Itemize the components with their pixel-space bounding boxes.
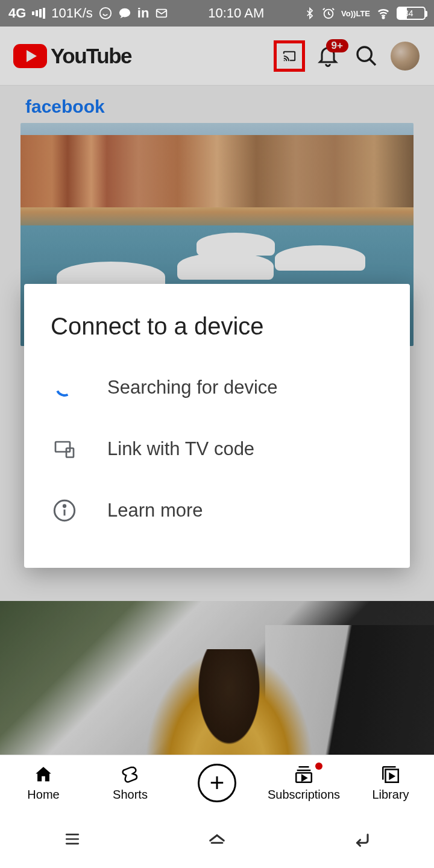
nav-subscriptions-label: Subscriptions	[268, 788, 340, 802]
tv-devices-icon	[51, 438, 78, 460]
searching-label: Searching for device	[107, 377, 278, 398]
wifi-icon	[376, 7, 391, 20]
network-type: 4G	[8, 5, 26, 21]
svg-point-1	[119, 8, 130, 17]
nav-library[interactable]: Library	[351, 764, 430, 802]
spinner-icon	[53, 376, 76, 399]
back-button[interactable]	[344, 827, 380, 851]
subscriptions-icon	[294, 764, 314, 785]
nav-subscriptions[interactable]: Subscriptions	[265, 764, 343, 802]
svg-point-10	[63, 505, 65, 507]
network-speed: 101K/s	[51, 5, 93, 21]
link-tv-label: Link with TV code	[107, 438, 254, 460]
nav-create[interactable]: +	[178, 764, 256, 802]
battery-icon: 34	[397, 7, 426, 20]
link-tv-code-button[interactable]: Link with TV code	[24, 418, 410, 480]
nav-shorts-label: Shorts	[113, 788, 148, 802]
svg-point-0	[100, 8, 111, 19]
status-time: 10:10 AM	[208, 5, 264, 21]
nav-home-label: Home	[27, 788, 59, 802]
dialog-title: Connect to a device	[24, 313, 410, 357]
chat-icon	[118, 7, 131, 20]
whatsapp-icon	[99, 7, 112, 20]
library-icon	[380, 764, 401, 785]
nav-library-label: Library	[372, 788, 409, 802]
svg-point-4	[383, 17, 385, 19]
shorts-icon	[121, 764, 140, 785]
searching-row: Searching for device	[24, 357, 410, 418]
bluetooth-icon	[304, 7, 316, 20]
system-nav-bar	[0, 810, 434, 868]
nav-shorts[interactable]: Shorts	[91, 764, 169, 802]
learn-more-button[interactable]: Learn more	[24, 480, 410, 541]
svg-rect-6	[55, 442, 70, 452]
volte-icon: Vo))LTE	[341, 10, 370, 17]
linkedin-icon: in	[137, 5, 149, 21]
home-icon	[33, 764, 54, 785]
info-icon	[52, 498, 77, 523]
signal-icon	[32, 7, 45, 19]
cast-dialog: Connect to a device Searching for device…	[24, 284, 410, 568]
status-bar: 4G 101K/s in 10:10 AM Vo))LTE 34	[0, 0, 434, 27]
bottom-nav: Home Shorts + Subscriptions Library	[0, 755, 434, 810]
mail-icon	[155, 7, 168, 20]
plus-icon: +	[198, 764, 236, 802]
alarm-icon	[322, 7, 335, 20]
subscriptions-dot	[315, 763, 322, 770]
home-button[interactable]	[199, 827, 235, 851]
learn-more-label: Learn more	[107, 500, 203, 521]
recent-apps-button[interactable]	[54, 827, 90, 851]
nav-home[interactable]: Home	[4, 764, 83, 802]
